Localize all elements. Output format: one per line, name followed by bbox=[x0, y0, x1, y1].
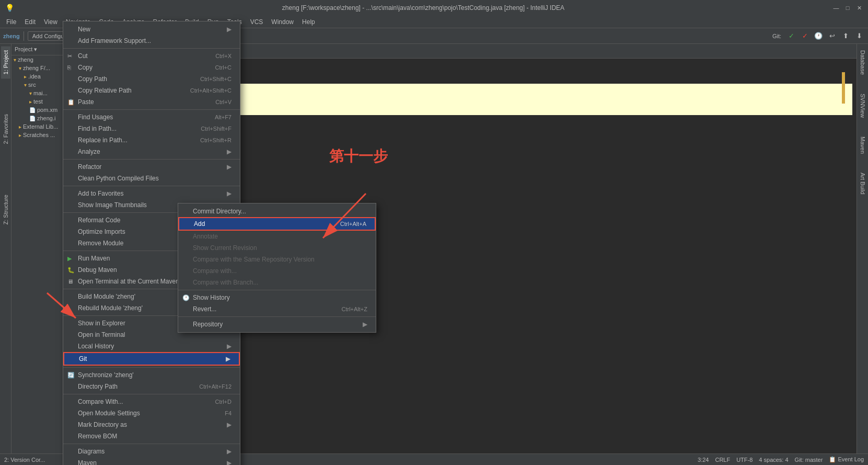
menu-file[interactable]: File bbox=[2, 17, 20, 27]
git-submenu: Commit Directory... AddCtrl+Alt+A Annota… bbox=[178, 203, 376, 333]
restore-button[interactable]: □ bbox=[844, 4, 851, 12]
event-log-btn[interactable]: 📋 Event Log bbox=[829, 456, 864, 463]
git-push-btn[interactable]: ⬆ bbox=[840, 30, 851, 42]
menu-vcs[interactable]: VCS bbox=[246, 17, 268, 27]
submenu-revert[interactable]: Revert...Ctrl+Alt+Z bbox=[178, 303, 376, 315]
ctx-sep-10 bbox=[63, 394, 240, 394]
ctx-paste[interactable]: 📋PasteCtrl+V bbox=[63, 96, 240, 108]
menu-help[interactable]: Help bbox=[298, 17, 319, 27]
submenu-commit-dir[interactable]: Commit Directory... bbox=[178, 206, 376, 217]
ctx-add-framework[interactable]: Add Framework Support... bbox=[63, 35, 240, 47]
sidebar-item-svnview[interactable]: SVNView bbox=[858, 89, 867, 122]
yellow-gutter-mark bbox=[842, 72, 845, 104]
ctx-find-usages[interactable]: Find UsagesAlt+F7 bbox=[63, 111, 240, 123]
folder-icon: ▸ bbox=[29, 99, 32, 105]
ctx-mark-directory[interactable]: Mark Directory as▶ bbox=[63, 419, 240, 430]
title-bar-title: zheng [F:\workspace\zheng] - ...\src\mai… bbox=[14, 4, 832, 12]
minimize-button[interactable]: — bbox=[832, 4, 840, 12]
ctx-synchronize[interactable]: 🔄Synchronize 'zheng' bbox=[63, 369, 240, 381]
title-bar-controls: — □ ✕ bbox=[832, 4, 863, 12]
tree-label: zheng.i bbox=[37, 115, 55, 121]
submenu-sep-2 bbox=[178, 316, 376, 317]
submenu-add[interactable]: AddCtrl+Alt+A bbox=[178, 217, 376, 231]
folder-icon: ▾ bbox=[19, 65, 21, 71]
menu-window[interactable]: Window bbox=[267, 17, 298, 27]
ctx-clean-python[interactable]: Clean Python Compiled Files bbox=[63, 173, 240, 184]
submenu-show-history[interactable]: 🕐 Show History bbox=[178, 292, 376, 303]
ctx-analyze[interactable]: Analyze▶ bbox=[63, 146, 240, 157]
right-tab-strip: Database SVNView Maven Art Build bbox=[857, 44, 868, 465]
ctx-refactor[interactable]: Refactor▶ bbox=[63, 161, 240, 173]
tree-label: zheng bbox=[18, 56, 33, 63]
tree-label: zheng F/... bbox=[23, 65, 50, 71]
title-bar: 💡 zheng [F:\workspace\zheng] - ...\src\m… bbox=[0, 0, 868, 16]
status-encoding[interactable]: UTF-8 bbox=[736, 457, 753, 463]
ctx-sep-11 bbox=[63, 444, 240, 444]
ctx-find-in-path[interactable]: Find in Path...Ctrl+Shift+F bbox=[63, 123, 240, 134]
ctx-new[interactable]: New▶ bbox=[63, 24, 240, 35]
folder-icon: ▾ bbox=[24, 82, 27, 88]
tree-label: src bbox=[28, 82, 36, 88]
tree-label: pom.xm bbox=[37, 107, 57, 113]
submenu-compare-same: Compare with the Same Repository Version bbox=[178, 254, 376, 265]
status-git: Git: master bbox=[795, 457, 823, 463]
git-fetch-btn[interactable]: ⬇ bbox=[853, 30, 865, 42]
ctx-sep-1 bbox=[63, 48, 240, 49]
submenu-compare-branch: Compare with Branch... bbox=[178, 277, 376, 288]
project-header-label: Project ▾ bbox=[15, 46, 37, 53]
git-history-btn[interactable]: 🕐 bbox=[813, 30, 824, 42]
tree-label: Scratches ... bbox=[23, 132, 55, 138]
git-check-btn[interactable]: ✓ bbox=[785, 30, 797, 42]
git-revert-btn[interactable]: ↩ bbox=[826, 30, 838, 42]
menu-edit[interactable]: Edit bbox=[20, 17, 40, 27]
git-label: Git: bbox=[772, 33, 781, 39]
ctx-module-settings[interactable]: Open Module SettingsF4 bbox=[63, 407, 240, 419]
ctx-replace-in-path[interactable]: Replace in Path...Ctrl+Shift+R bbox=[63, 134, 240, 146]
folder-icon: ▾ bbox=[14, 57, 16, 63]
ctx-compare-with[interactable]: Compare With...Ctrl+D bbox=[63, 396, 240, 407]
status-position: 3:24 bbox=[698, 457, 709, 463]
left-tab-strip: 1: Project 2: Favorites Z: Structure bbox=[0, 44, 11, 465]
status-spaces[interactable]: 4 spaces: 4 bbox=[759, 457, 788, 463]
ctx-copy[interactable]: ⎘CopyCtrl+C bbox=[63, 62, 240, 73]
sidebar-item-project[interactable]: 1: Project bbox=[1, 46, 10, 78]
ctx-copy-path[interactable]: Copy PathCtrl+Shift+C bbox=[63, 73, 240, 85]
status-crlf[interactable]: CRLF bbox=[715, 457, 730, 463]
sidebar-item-artbuild[interactable]: Art Build bbox=[858, 168, 867, 199]
submenu-annotate: Annotate bbox=[178, 231, 376, 242]
git-x-btn[interactable]: ✓ bbox=[799, 30, 811, 42]
ctx-git[interactable]: Git▶ bbox=[63, 352, 240, 366]
ctx-add-favorites[interactable]: Add to Favorites▶ bbox=[63, 188, 240, 199]
submenu-sep-1 bbox=[178, 290, 376, 290]
submenu-compare-with: Compare with... bbox=[178, 265, 376, 277]
submenu-repository[interactable]: Repository▶ bbox=[178, 319, 376, 330]
sidebar-item-maven[interactable]: Maven bbox=[858, 132, 867, 158]
ctx-diagrams[interactable]: Diagrams▶ bbox=[63, 446, 240, 457]
tree-label: External Lib... bbox=[23, 123, 58, 130]
ctx-local-history[interactable]: Local History▶ bbox=[63, 341, 240, 352]
tree-label: test bbox=[33, 98, 43, 105]
ctx-sep-4 bbox=[63, 186, 240, 186]
toolbar-separator-1 bbox=[24, 31, 24, 41]
status-version: 2: Version Cor... bbox=[4, 457, 45, 463]
tree-label: .idea bbox=[28, 73, 41, 80]
ctx-sep-9 bbox=[63, 367, 240, 368]
tree-label: mai... bbox=[33, 90, 48, 96]
folder-icon: ▸ bbox=[19, 132, 21, 138]
menu-view[interactable]: View bbox=[40, 17, 62, 27]
xml-icon: 📄 bbox=[29, 107, 36, 113]
ctx-remove-bom[interactable]: Remove BOM bbox=[63, 430, 240, 442]
file-icon: 📄 bbox=[29, 116, 36, 121]
ctx-maven[interactable]: Maven▶ bbox=[63, 457, 240, 465]
folder-icon: ▾ bbox=[29, 90, 32, 96]
folder-icon: ▸ bbox=[24, 74, 27, 80]
ctx-directory-path[interactable]: Directory PathCtrl+Alt+F12 bbox=[63, 381, 240, 392]
close-button[interactable]: ✕ bbox=[855, 4, 863, 12]
ctx-sep-2 bbox=[63, 109, 240, 110]
sidebar-item-structure[interactable]: Z: Structure bbox=[1, 190, 10, 229]
ctx-cut[interactable]: ✂CutCtrl+X bbox=[63, 50, 240, 62]
sidebar-item-database[interactable]: Database bbox=[858, 46, 867, 79]
sidebar-item-favorites[interactable]: 2: Favorites bbox=[1, 110, 10, 148]
project-label: zheng bbox=[3, 33, 20, 39]
ctx-copy-relative-path[interactable]: Copy Relative PathCtrl+Alt+Shift+C bbox=[63, 85, 240, 96]
